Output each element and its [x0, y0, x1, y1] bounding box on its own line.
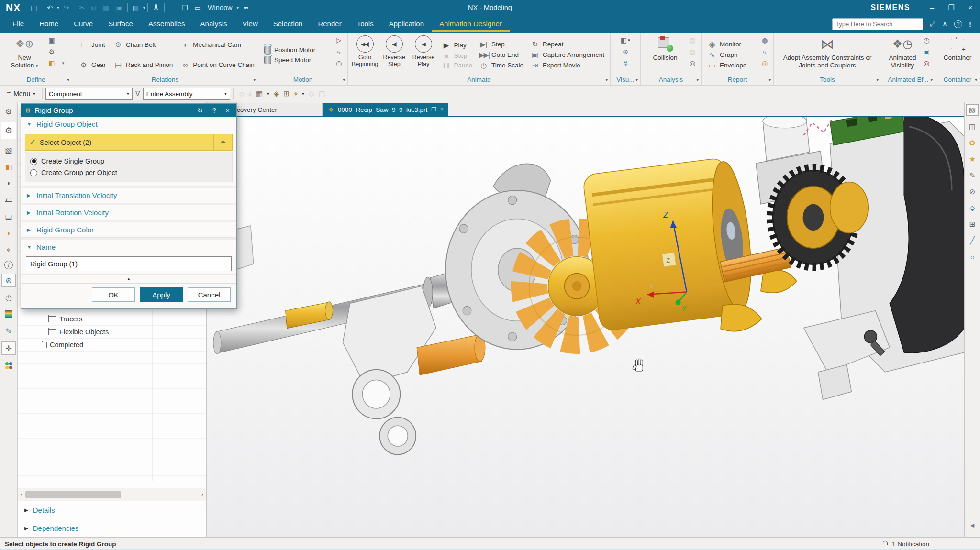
tab-surface[interactable]: Surface: [100, 16, 141, 32]
group-label-animate[interactable]: Animate▾: [348, 75, 610, 85]
stop-button[interactable]: ■Stop: [439, 51, 475, 60]
measure-icon[interactable]: ⌖: [2, 244, 15, 256]
circle-tool-icon[interactable]: ○: [967, 252, 978, 262]
tab-active-part[interactable]: ❖ 0000_Recip_Saw_9_9_kit.3.prt ❐ ×: [323, 103, 448, 116]
dependencies-section[interactable]: ▶ Dependencies: [18, 519, 206, 537]
command-search[interactable]: [832, 18, 923, 30]
apply-button[interactable]: Apply: [140, 287, 183, 302]
save-icon[interactable]: ▤: [27, 0, 40, 15]
color-manager-icon[interactable]: [2, 359, 15, 372]
collision-sensor-icon[interactable]: ◍: [688, 36, 697, 44]
group-label-visualization[interactable]: Visu...▾: [611, 75, 640, 85]
navigator-hscrollbar[interactable]: ‹ ›: [18, 488, 206, 501]
viewport-canvas[interactable]: X Z Y x Z: [207, 117, 964, 537]
dialog-reset-icon[interactable]: ↻: [194, 107, 206, 114]
animated-visibility-button[interactable]: ❖◷ Animated Visibility: [884, 34, 921, 75]
group-label-container[interactable]: Container▾: [935, 75, 980, 85]
define-gears-icon[interactable]: ⚙: [47, 47, 56, 56]
tree-item-completed[interactable]: Completed: [18, 339, 206, 352]
adopt-assembly-constraints-button[interactable]: ⋈ Adopt Assembly Constraints or Joints a…: [777, 34, 878, 75]
visual-report-icon[interactable]: ✎: [2, 325, 15, 337]
tab-animation-designer[interactable]: Animation Designer: [432, 16, 510, 32]
pause-button[interactable]: ❚❚Pause: [439, 61, 475, 69]
play-button[interactable]: ▶Play: [439, 41, 475, 50]
dialog-help-icon[interactable]: ?: [210, 107, 219, 114]
tab-analysis[interactable]: Analysis: [193, 16, 235, 32]
ok-button[interactable]: OK: [92, 287, 135, 302]
touch-mode-caret[interactable]: ▾: [142, 5, 146, 10]
group-label-tools[interactable]: Tools▾: [774, 75, 881, 85]
tree-item-tracers[interactable]: Tracers: [18, 313, 206, 326]
trace-icon[interactable]: ⤷: [334, 47, 344, 56]
export-movie-button[interactable]: ⇥Export Movie: [527, 61, 607, 70]
tab-render[interactable]: Render: [310, 16, 349, 32]
speed-motor-button[interactable]: Speed Motor: [261, 55, 333, 65]
mechanical-cam-button[interactable]: ◗Mechanical Cam: [177, 34, 258, 55]
radio-create-single-group[interactable]: Create Single Group: [30, 155, 227, 167]
window-menu[interactable]: Window: [204, 0, 236, 15]
point-dialog-button[interactable]: ⌖: [213, 134, 232, 150]
restore-button[interactable]: ❐: [942, 0, 961, 15]
more-commands-icon[interactable]: ≂: [240, 0, 252, 15]
monitor-button[interactable]: ◉Monitor: [704, 40, 759, 49]
goto-beginning-button[interactable]: ◀◀|Goto Beginning: [351, 34, 379, 75]
requirement-caret[interactable]: ▾: [58, 59, 68, 67]
minimize-ribbon-icon[interactable]: ∧: [942, 20, 947, 28]
joint-button[interactable]: ∟Joint: [75, 34, 110, 55]
tab-restore-icon[interactable]: ❐: [431, 106, 436, 113]
tab-application[interactable]: Application: [381, 16, 432, 32]
line-tool-icon[interactable]: ╱: [967, 235, 978, 246]
history-book-icon[interactable]: ▤: [2, 210, 15, 223]
collision-inspect-icon[interactable]: ◎: [688, 59, 697, 67]
undo-dropdown-caret[interactable]: ▾: [56, 5, 60, 10]
tab-home[interactable]: Home: [32, 16, 66, 32]
section-rigid-group-color[interactable]: ▶ Rigid Group Color: [21, 220, 236, 238]
collision-button[interactable]: Collision: [644, 34, 687, 75]
rack-and-pinion-button[interactable]: ▤Rack and Pinion: [110, 55, 177, 76]
time-scale-button[interactable]: ◷Time Scale: [476, 61, 526, 70]
search-icon[interactable]: [923, 22, 928, 27]
close-button[interactable]: ×: [961, 0, 980, 15]
mechanism-icon[interactable]: ◗: [2, 177, 15, 189]
capture-arrangement-button[interactable]: ▣Capture Arrangement: [527, 50, 607, 60]
point-on-curve-chain-button[interactable]: ∞Point on Curve Chain: [177, 55, 258, 76]
touch-mode-icon[interactable]: ▦: [129, 0, 142, 15]
tracer-icon[interactable]: ◗: [2, 227, 15, 240]
fullscreen-icon[interactable]: ⤢: [930, 20, 935, 28]
product-outline-icon[interactable]: ◫: [967, 121, 978, 132]
position-motor-button[interactable]: Position Motor: [261, 45, 333, 55]
motion-navigator-icon[interactable]: ⚙: [1, 122, 16, 139]
tab-curve[interactable]: Curve: [66, 16, 100, 32]
collision-body-icon[interactable]: ◍: [688, 47, 697, 56]
animated-clock-icon[interactable]: ◷: [922, 36, 931, 44]
group-label-report[interactable]: Report▾: [702, 75, 773, 85]
capture-icon[interactable]: ▣: [112, 0, 125, 15]
tab-view[interactable]: View: [234, 16, 265, 32]
redo-icon[interactable]: ↷: [60, 0, 73, 15]
goto-end-button[interactable]: ▶▶|Goto End: [476, 50, 526, 60]
group-label-motion[interactable]: Motion▾: [258, 75, 347, 85]
window-tile-icon[interactable]: ▭: [191, 0, 204, 15]
snap-point-icon[interactable]: ⬦: [239, 89, 245, 98]
selection-filter-icon[interactable]: ∇: [135, 89, 140, 98]
constraints-navigator-icon[interactable]: ◧: [2, 160, 15, 173]
tab-tools[interactable]: Tools: [349, 16, 381, 32]
notification-area[interactable]: 1 Notification: [869, 538, 980, 550]
dialog-close-icon[interactable]: ×: [223, 107, 233, 114]
details-section[interactable]: ▶ Details: [18, 501, 206, 519]
radio-create-group-per-object[interactable]: Create Group per Object: [30, 167, 227, 178]
crosshair-caret[interactable]: ▾: [302, 91, 304, 96]
history-clock-icon[interactable]: ◷: [2, 291, 15, 304]
scroll-left-icon[interactable]: ‹: [21, 491, 22, 498]
capture-region-icon[interactable]: ▣: [47, 36, 56, 44]
group-label-analysis[interactable]: Analysis▾: [641, 75, 701, 85]
section-name[interactable]: ▼ Name: [21, 238, 236, 254]
envelope-button[interactable]: ▭Envelope: [704, 61, 759, 70]
group-label-define[interactable]: Define▾: [0, 75, 72, 85]
section-rigid-group-object[interactable]: ▼ Rigid Group Object: [21, 117, 236, 132]
requirement-icon[interactable]: ◧: [47, 59, 56, 67]
search-input[interactable]: [833, 21, 923, 28]
report-export-icon[interactable]: ⤷: [760, 47, 769, 56]
repeat-button[interactable]: ↻Repeat: [527, 40, 607, 49]
point-dialog-icon[interactable]: ⊞: [283, 89, 290, 98]
